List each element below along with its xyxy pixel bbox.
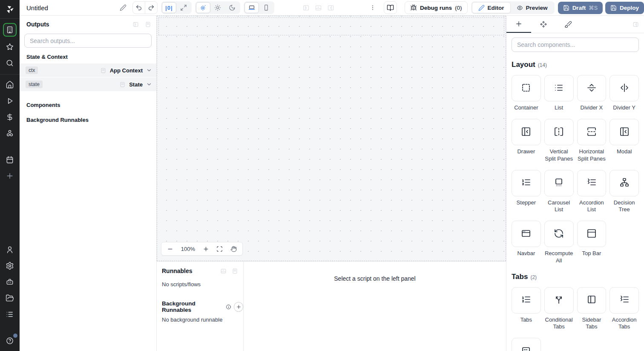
sidebar-item-logs[interactable] [4,308,16,320]
component-tile-carousel-list[interactable] [544,170,574,196]
drawer-icon [521,127,531,138]
component-tile-horizontal-split-panes[interactable] [577,119,607,145]
sidebar-item-add[interactable] [4,170,16,182]
sidebar-item-favorites[interactable] [4,41,16,53]
deploy-button[interactable]: Deploy [605,2,644,14]
modal-icon [619,127,630,138]
star-icon [6,43,14,51]
component-tile-accordion-list[interactable] [577,170,607,196]
section-header-tabs: Tabs(2) [512,273,639,281]
moon-icon [229,4,236,11]
sidebar-item-users[interactable] [4,244,16,256]
component-sidebar-tabs: Sidebar Tabs [577,287,607,331]
mobile-view-button[interactable] [259,2,273,13]
component-tile-navbar[interactable] [512,221,541,247]
tab-component-settings[interactable] [531,16,556,33]
panel-left-icon[interactable] [302,4,310,12]
component-conditional-tabs: Conditional Tabs [544,287,574,331]
components-search-input[interactable] [516,41,634,49]
app-canvas[interactable]: 100% [157,16,506,261]
draft-button[interactable]: Draft ⌘S [558,2,603,14]
sidebar-item-workers[interactable] [4,276,16,288]
sidebar-item-home[interactable] [4,79,16,91]
section-count: (2) [530,274,537,280]
sidebar-item-schedules[interactable] [4,154,16,166]
chevron-down-icon[interactable] [146,81,152,87]
sidebar-item-runs[interactable] [4,95,16,107]
component-modal: Modal [610,119,639,162]
tab-insert-component[interactable] [506,16,531,33]
collapse-bottom-icon[interactable] [220,268,227,274]
fit-view-button[interactable] [216,246,223,252]
doc-panel-icon[interactable] [145,21,151,28]
component-tile-vertical-split-panes[interactable] [544,119,574,145]
collapse-panel-icon[interactable] [132,21,139,28]
container-icon [521,83,531,94]
component-tile-accordion-tabs[interactable] [610,287,639,314]
chevron-down-icon[interactable] [146,67,152,73]
zoom-out-button[interactable] [167,246,173,252]
zoom-in-button[interactable] [203,246,209,252]
output-row-state[interactable]: state State [20,78,156,91]
preview-tab[interactable]: Preview [511,2,554,13]
collapse-right-panel-icon[interactable] [632,21,639,28]
doc-panel-icon[interactable] [232,268,238,274]
windmill-logo[interactable] [0,0,20,19]
outputs-search[interactable] [24,34,152,48]
sidebar-item-search[interactable] [4,57,16,69]
theme-light-button[interactable] [210,2,225,13]
component-carousel-list: Carousel List [544,170,574,213]
component-tile-decision-tree[interactable] [610,170,639,196]
outputs-search-input[interactable] [29,37,147,45]
component-tile-top-bar[interactable] [577,221,607,247]
component-tile-invisible-tabs[interactable] [512,338,541,351]
building-icon [6,26,14,34]
tab-styling[interactable] [556,16,581,33]
component-tile-recompute-all[interactable] [544,221,574,247]
desktop-view-button[interactable] [244,2,259,13]
sidebar-item-resources[interactable] [4,127,16,139]
sidebar-item-folders[interactable] [4,292,16,304]
component-navbar: Navbar [512,221,541,264]
pan-button[interactable] [230,246,237,252]
panel-right-icon[interactable] [327,4,334,12]
component-tile-sidebar-tabs[interactable] [577,287,607,314]
component-tile-modal[interactable] [610,119,639,145]
add-background-runnable-button[interactable] [234,302,243,312]
sidebar-item-settings[interactable] [4,260,16,272]
empty-grid-row[interactable] [158,17,504,35]
info-icon[interactable] [226,304,231,310]
help-button[interactable] [4,335,16,347]
panel-bottom-icon[interactable] [315,4,322,12]
component-tile-drawer[interactable] [512,119,541,145]
center-canvas-button[interactable]: |0| [162,2,176,13]
debug-runs-button[interactable]: Debug runs (0) [405,1,468,14]
output-row-ctx[interactable]: ctx App Context [20,63,156,77]
editor-tab[interactable]: Editor [472,2,511,13]
expand-canvas-button[interactable] [176,2,191,13]
theme-dark-button[interactable] [225,2,239,13]
sidebar-item-variables[interactable] [4,111,16,123]
component-tile-conditional-tabs[interactable] [544,287,574,314]
theme-auto-button[interactable] [196,2,210,13]
component-tile-container[interactable] [512,75,541,101]
redo-button[interactable] [145,2,157,14]
user-icon [6,245,14,254]
sidebar-item-apps[interactable] [3,23,17,37]
more-menu-button[interactable] [369,4,376,11]
component-tile-divider-y[interactable] [610,75,639,101]
section-header-layout: Layout(14) [512,60,639,69]
component-label: Divider Y [613,104,635,111]
undo-button[interactable] [133,2,145,14]
component-tile-list[interactable] [544,75,574,101]
edit-title-button[interactable] [120,4,126,11]
component-label: Carousel List [544,199,574,213]
component-tile-divider-x[interactable] [577,75,607,101]
theme-group [195,1,240,14]
component-drawer: Drawer [512,119,541,162]
components-search[interactable] [512,37,639,52]
docs-button[interactable] [384,1,397,14]
state-context-header: State & Context [20,48,156,63]
component-tile-stepper[interactable] [512,170,541,196]
component-tile-tabs[interactable] [512,287,541,314]
